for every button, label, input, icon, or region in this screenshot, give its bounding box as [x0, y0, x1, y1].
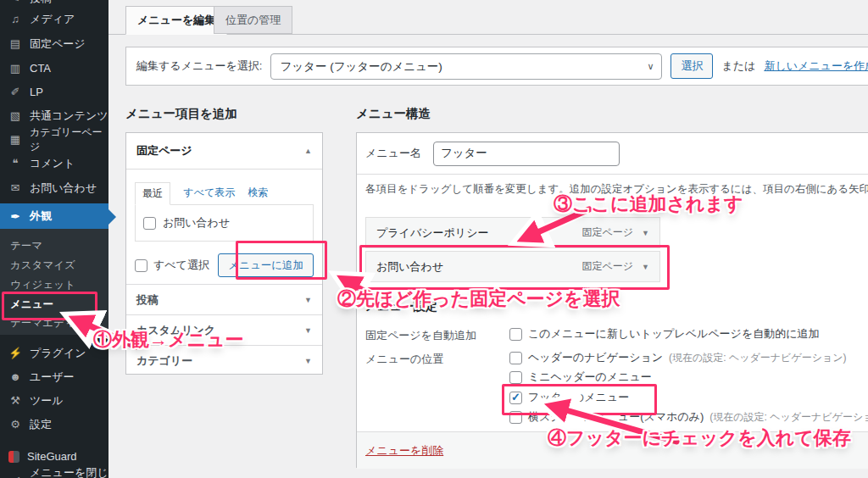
admin-sidebar: ✎ 投稿 ♫ メディア ▤ 固定ページ ▥ CTA ✐ LP ▧ 共通コンテンツ… — [0, 0, 108, 478]
item-expand-icon[interactable] — [642, 229, 649, 237]
menu-name-label: メニュー名 — [365, 146, 421, 161]
menu-item-label: プライバシーポリシー — [376, 225, 488, 241]
menu-item-contact[interactable]: お問い合わせ 固定ページ — [365, 251, 660, 282]
sidebar-item-cta[interactable]: ▥ CTA — [0, 56, 108, 81]
location-label: ヘッダーのナビゲーション — [528, 350, 663, 365]
create-menu-link[interactable]: 新しいメニューを作成しましょう — [764, 58, 868, 74]
item-expand-icon[interactable] — [642, 263, 649, 271]
location-option-scroll-menu: 横スクロールメニュー(スマホのみ) (現在の設定: ヘッダーナビゲーション) — [509, 409, 868, 425]
plugin-icon: ⚡ — [8, 347, 22, 359]
accordion-collapse-icon[interactable] — [304, 133, 312, 169]
settings-icon: ⚙ — [8, 418, 22, 431]
pencil-icon: ✐ — [8, 86, 22, 98]
pages-actions-row: すべて選択 メニューに追加 — [135, 253, 314, 277]
submenu-item-customize[interactable]: カスタマイズ — [0, 256, 108, 275]
menu-select-value: フッター (フッターのメニュー) — [280, 60, 442, 73]
tab-view-all[interactable]: すべて表示 — [183, 186, 235, 198]
select-button[interactable]: 選択 — [670, 53, 713, 79]
page-checkbox-label: お問い合わせ — [163, 215, 230, 231]
location-label: ミニヘッダーのメニュー — [528, 370, 652, 385]
sidebar-item-collapse-menu[interactable]: ◀ メニューを閉じる — [0, 468, 108, 478]
sidebar-item-label: 固定ページ — [30, 36, 86, 52]
menu-item-privacy-policy[interactable]: プライバシーポリシー 固定ページ — [365, 217, 660, 248]
sidebar-item-category-page[interactable]: ▦ カテゴリーページ — [0, 127, 108, 152]
auto-add-checkbox[interactable] — [509, 328, 522, 341]
mini-header-checkbox[interactable] — [509, 371, 522, 384]
sidebar-item-label: プラグイン — [30, 346, 86, 361]
menu-item-type: 固定ページ — [582, 259, 634, 274]
appearance-submenu: テーマ カスタマイズ ウィジェット メニュー テーマエディター — [0, 229, 108, 335]
submenu-item-widgets[interactable]: ウィジェット — [0, 275, 108, 294]
sidebar-item-contact[interactable]: ✉ お問い合わせ — [0, 175, 108, 200]
sidebar-item-label: 共通コンテンツ — [30, 108, 108, 124]
accordion-expand-icon[interactable] — [304, 315, 312, 346]
active-menu-arrow — [108, 209, 116, 225]
tab-search[interactable]: 検索 — [248, 186, 269, 198]
menu-select[interactable]: フッター (フッターのメニュー) ∨ — [270, 53, 662, 80]
accordion-posts-label: 投稿 — [136, 285, 159, 315]
location-label: フッターのメニュー — [528, 390, 629, 405]
sidebar-item-lp[interactable]: ✐ LP — [0, 80, 108, 104]
sidebar-item-label: コメント — [30, 156, 75, 171]
sidebar-item-label: カテゴリーページ — [30, 125, 108, 154]
submenu-item-themes[interactable]: テーマ — [0, 236, 108, 255]
accordion-posts[interactable]: 投稿 — [126, 284, 322, 315]
accordion-pages[interactable]: 固定ページ — [126, 133, 322, 170]
menu-select-label: 編集するメニューを選択: — [136, 58, 262, 74]
menu-name-row: メニュー名 — [357, 133, 868, 175]
footer-menu-checkbox[interactable] — [509, 392, 522, 404]
accordion-expand-icon[interactable] — [304, 346, 312, 376]
pages-tabs: 最近 すべて表示 検索 — [135, 181, 314, 204]
sidebar-item-settings[interactable]: ⚙ 設定 — [0, 412, 108, 436]
media-icon: ♫ — [8, 13, 22, 25]
sidebar-item-label: ツール — [30, 393, 64, 409]
page-checkbox[interactable] — [143, 217, 156, 230]
sidebar-item-label: メディア — [30, 12, 75, 27]
location-option-mini-header: ミニヘッダーのメニュー — [509, 370, 652, 385]
sidebar-item-comments[interactable]: ❝ コメント — [0, 151, 108, 175]
accordion-expand-icon[interactable] — [304, 285, 312, 315]
submenu-item-theme-editor[interactable]: テーマエディター — [0, 314, 108, 332]
tab-most-recent[interactable]: 最近 — [135, 182, 170, 205]
add-to-menu-button[interactable]: メニューに追加 — [218, 253, 314, 277]
header-nav-checkbox[interactable] — [509, 352, 522, 364]
tab-edit-menus[interactable]: メニューを編集 — [125, 6, 227, 35]
menu-item-type: 固定ページ — [582, 225, 634, 240]
brush-icon: ✒ — [8, 210, 22, 223]
recent-pages-list: お問い合わせ — [135, 204, 314, 242]
select-all-checkbox[interactable] — [135, 259, 147, 272]
sidebar-item-label: 設定 — [30, 417, 52, 432]
sidebar-item-label: お問い合わせ — [30, 181, 97, 196]
location-option-footer: フッターのメニュー — [509, 390, 629, 405]
menu-name-input[interactable] — [433, 142, 620, 166]
chevron-down-icon: ∨ — [647, 54, 654, 79]
delete-menu-link[interactable]: メニューを削除 — [365, 443, 443, 459]
sidebar-item-pages[interactable]: ▤ 固定ページ — [0, 31, 108, 56]
scroll-menu-checkbox[interactable] — [509, 411, 522, 424]
submenu-item-menus[interactable]: メニュー — [0, 295, 108, 314]
annotation-4: ④フッターにチェックを入れて保存 — [548, 425, 851, 451]
tab-manage-locations[interactable]: 位置の管理 — [214, 6, 292, 34]
sidebar-item-media[interactable]: ♫ メディア — [0, 7, 108, 31]
sidebar-item-tools[interactable]: ⚒ ツール — [0, 388, 108, 413]
sidebar-item-label: LP — [30, 86, 43, 98]
auto-add-option-label: このメニューに新しいトップレベルページを自動的に追加 — [528, 326, 819, 342]
user-icon: ☻ — [8, 370, 22, 383]
sidebar-item-plugins[interactable]: ⚡ プラグイン — [0, 341, 108, 365]
grid-icon: ▦ — [8, 133, 22, 146]
select-all-label: すべて選択 — [153, 258, 209, 273]
add-items-title: メニュー項目を追加 — [125, 106, 237, 122]
location-option-header-nav: ヘッダーのナビゲーション (現在の設定: ヘッダーナビゲーション) — [509, 350, 847, 365]
sidebar-item-label: CTA — [30, 62, 51, 75]
pages-icon: ▤ — [8, 37, 22, 50]
menu-location-label: メニューの位置 — [365, 352, 443, 367]
accordion-pages-label: 固定ページ — [136, 133, 192, 169]
pin-icon: ✎ — [8, 0, 22, 4]
sidebar-item-appearance[interactable]: ✒ 外観 — [0, 203, 108, 229]
location-note: (現在の設定: ヘッダーナビゲーション) — [669, 351, 846, 365]
menu-structure-title: メニュー構造 — [356, 106, 431, 122]
sidebar-item-label: SiteGuard — [27, 450, 77, 463]
location-label: 横スクロールメニュー(スマホのみ) — [528, 409, 704, 425]
sidebar-item-users[interactable]: ☻ ユーザー — [0, 364, 108, 389]
annotation-2: ②先ほど作った固定ページを選択 — [337, 286, 620, 312]
